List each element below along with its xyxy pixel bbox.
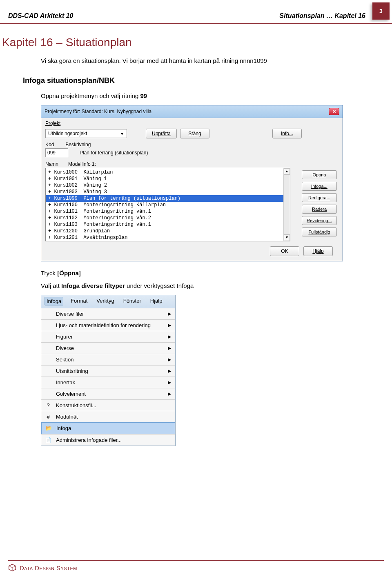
menu-item-icon [45, 390, 52, 398]
menu-item-icon [45, 345, 52, 352]
submenu-arrow-icon: ▶ [168, 391, 171, 397]
menu-item[interactable]: Ljus- och materialdefinition för renderi… [41, 319, 175, 331]
menu-item-icon [45, 368, 52, 375]
menu-item-label: Modulnät [56, 414, 78, 420]
menu-item-label: Ljus- och materialdefinition för renderi… [56, 322, 151, 328]
submenu-arrow-icon: ▶ [168, 323, 171, 328]
list-row[interactable]: + Kurs1101 Monteringsritning vån.1 [46, 208, 290, 215]
menu-item-label: Administrera infogade filer... [56, 437, 122, 443]
menu-item-icon [45, 356, 52, 363]
scroll-up-icon[interactable]: ▲ [284, 168, 290, 175]
menu-item-label: Figurer [56, 334, 73, 340]
beskriv-value: Plan för terräng (situationsplan) [80, 150, 148, 156]
header-left: DDS-CAD Arkitekt 10 [8, 12, 73, 20]
menu-item[interactable]: 📂Infoga [41, 422, 175, 434]
list-row[interactable]: + Kurs1200 Grundplan [46, 228, 290, 234]
drawing-listbox[interactable]: + Kurs1000 Källarplan+ Kurs1001 Våning 1… [45, 168, 290, 241]
close-button[interactable]: ✕ [329, 108, 339, 115]
instruction-2: Tryck [Öppna] [41, 270, 392, 276]
menubar: InfogaFormatVerktygFönsterHjälp [41, 295, 175, 308]
list-row[interactable]: + Kurs1102 Monteringsritning vån.2 [46, 215, 290, 221]
menu-item-icon: 📂 [45, 425, 52, 432]
menu-item[interactable]: Innertak▶ [41, 377, 175, 388]
hjalp-button[interactable]: Hjälp [303, 246, 333, 256]
menu-item-label: Diverse [56, 345, 74, 351]
menu-item-label: Konstruktionsfil... [56, 402, 96, 408]
menu-item[interactable]: 📄Administrera infogade filer... [41, 434, 175, 446]
menu-item-label: Utsnittsritning [56, 368, 88, 374]
menu-item[interactable]: Golvelement▶ [41, 388, 175, 399]
page-footer: Data Design System [8, 560, 384, 572]
menu-item[interactable]: ?Konstruktionsfil... [41, 399, 175, 411]
submenu-arrow-icon: ▶ [168, 311, 171, 317]
col-modell: Modellinfo 1: [68, 161, 96, 167]
chevron-down-icon: ▼ [120, 132, 124, 136]
list-row[interactable]: + Kurs1003 Våning 3 [46, 189, 290, 195]
revidering-button[interactable]: Revidering... [302, 216, 337, 225]
page-header: DDS-CAD Arkitekt 10 Situationsplan … Kap… [0, 0, 392, 24]
intro-paragraph: Vi ska göra en situationsplan. Vi börjar… [41, 57, 392, 64]
menu-item[interactable]: Diverse filer▶ [41, 308, 175, 319]
dds-logo-icon [8, 564, 16, 572]
kod-header: Kod [45, 142, 54, 147]
menu-item-icon: 📄 [45, 437, 52, 444]
menu-item[interactable]: Diverse▶ [41, 342, 175, 354]
menubar-item[interactable]: Hjälp [149, 297, 164, 305]
list-row[interactable]: + Kurs1001 Våning 1 [46, 176, 290, 182]
list-row[interactable]: + Kurs1201 Avsättningsplan [46, 234, 290, 241]
submenu-arrow-icon: ▶ [168, 357, 171, 362]
list-row[interactable]: + Kurs1099 Plan för terräng (situationsp… [46, 195, 290, 202]
fullstndig-button[interactable]: Fullständig [302, 227, 337, 236]
menu-item-icon [45, 310, 52, 318]
info-button[interactable]: Info... [272, 129, 302, 138]
ppna-button[interactable]: Öppna [302, 170, 337, 179]
page-number-badge: 3 [372, 2, 390, 20]
close-icon: ✕ [332, 109, 336, 114]
project-menu-dialog: Projektmeny för: Standard: Kurs, Nybyggn… [41, 105, 343, 261]
infoga-menu: InfogaFormatVerktygFönsterHjälp Diverse … [41, 295, 176, 446]
project-dropdown[interactable]: Utbildningsprojekt ▼ [45, 129, 127, 138]
menu-item-label: Innertak [56, 379, 75, 386]
scroll-down-icon[interactable]: ▼ [284, 234, 290, 241]
menubar-item[interactable]: Fönster [122, 297, 143, 305]
uppratta-button[interactable]: Upprätta [146, 129, 177, 138]
scrollbar[interactable]: ▲ ▼ [283, 168, 290, 241]
menu-item-label: Infoga [56, 425, 71, 431]
svg-marker-1 [9, 564, 16, 568]
footer-brand: Data Design System [20, 564, 77, 571]
chapter-title: Kapitel 16 – Situationplan [2, 36, 392, 49]
section-heading: Infoga situationsplan/NBK [23, 76, 392, 85]
infoga-button[interactable]: Infoga... [302, 182, 337, 191]
menu-item-icon [45, 333, 52, 341]
list-row[interactable]: + Kurs1000 Källarplan [46, 169, 290, 176]
menubar-item[interactable]: Verktyg [95, 297, 116, 305]
submenu-arrow-icon: ▶ [168, 368, 171, 374]
header-right: Situationsplan … Kapitel 16 [279, 12, 365, 20]
menu-item-label: Golvelement [56, 391, 86, 397]
projekt-menu-label[interactable]: Projekt [45, 120, 60, 126]
menubar-item[interactable]: Infoga [45, 297, 63, 305]
menu-item-icon [45, 379, 52, 386]
list-row[interactable]: + Kurs1100 Monteringsritning Källarplan [46, 202, 290, 208]
menu-item[interactable]: #Modulnät [41, 411, 175, 422]
menu-item-label: Sektion [56, 357, 74, 363]
beskriv-header: Beskrivning [65, 142, 91, 147]
list-row[interactable]: + Kurs1002 Våning 2 [46, 182, 290, 189]
menu-item-icon: # [45, 413, 52, 421]
ok-button[interactable]: OK [270, 246, 299, 256]
radera-button[interactable]: Radera [302, 205, 337, 214]
instruction-3: Välj att Infoga diverse filtyper under v… [41, 282, 392, 289]
menu-item[interactable]: Utsnittsritning▶ [41, 365, 175, 377]
dialog-titlebar: Projektmeny för: Standard: Kurs, Nybyggn… [41, 105, 343, 118]
kod-input[interactable]: 099 [45, 148, 68, 157]
submenu-arrow-icon: ▶ [168, 334, 171, 339]
stang-button[interactable]: Stäng [180, 129, 209, 138]
instruction-1: Öppna projektmenyn och välj ritning 99 [41, 92, 392, 99]
redigera-button[interactable]: Redigera... [302, 193, 337, 202]
menu-item[interactable]: Figurer▶ [41, 331, 175, 342]
menubar-item[interactable]: Format [69, 297, 89, 305]
menu-item-icon [45, 322, 52, 329]
menu-item[interactable]: Sektion▶ [41, 354, 175, 365]
submenu-arrow-icon: ▶ [168, 380, 171, 385]
list-row[interactable]: + Kurs1103 Monteringsritning vån.1 [46, 221, 290, 228]
